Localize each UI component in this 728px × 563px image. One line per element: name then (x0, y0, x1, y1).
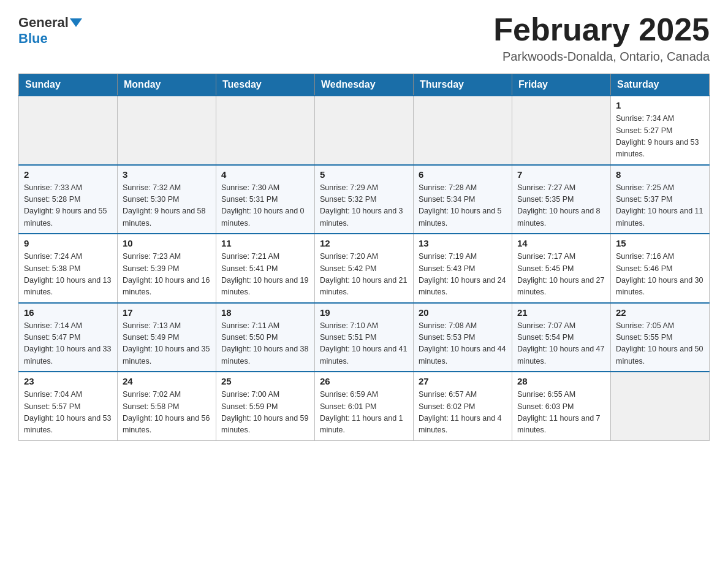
calendar-day-cell: 1Sunrise: 7:34 AMSunset: 5:27 PMDaylight… (611, 96, 710, 165)
day-number: 6 (419, 169, 507, 180)
day-info: Sunrise: 7:27 AMSunset: 5:35 PMDaylight:… (517, 182, 605, 230)
calendar-day-cell (414, 96, 512, 165)
calendar-day-cell (315, 96, 414, 165)
day-info: Sunrise: 7:34 AMSunset: 5:27 PMDaylight:… (616, 113, 704, 161)
logo: General Blue (18, 12, 83, 47)
day-info: Sunrise: 7:30 AMSunset: 5:31 PMDaylight:… (221, 182, 309, 230)
calendar-day-cell: 10Sunrise: 7:23 AMSunset: 5:39 PMDayligh… (118, 234, 216, 303)
day-number: 10 (123, 238, 211, 248)
calendar-header-tuesday: Tuesday (216, 74, 315, 96)
calendar-week-1: 1Sunrise: 7:34 AMSunset: 5:27 PMDaylight… (19, 96, 710, 165)
day-number: 16 (24, 307, 112, 318)
day-number: 17 (123, 307, 211, 318)
day-info: Sunrise: 7:11 AMSunset: 5:50 PMDaylight:… (221, 320, 309, 368)
day-number: 24 (123, 376, 211, 386)
calendar-day-cell: 19Sunrise: 7:10 AMSunset: 5:51 PMDayligh… (315, 303, 414, 372)
calendar-day-cell (512, 96, 611, 165)
day-number: 13 (419, 238, 507, 248)
calendar-day-cell: 8Sunrise: 7:25 AMSunset: 5:37 PMDaylight… (611, 165, 710, 234)
calendar-week-4: 16Sunrise: 7:14 AMSunset: 5:47 PMDayligh… (19, 303, 710, 372)
logo-arrow-icon (70, 18, 82, 27)
calendar-day-cell: 5Sunrise: 7:29 AMSunset: 5:32 PMDaylight… (315, 165, 414, 234)
day-number: 12 (320, 238, 408, 248)
calendar-day-cell (216, 96, 315, 165)
day-info: Sunrise: 7:13 AMSunset: 5:49 PMDaylight:… (123, 320, 211, 368)
calendar-header-saturday: Saturday (611, 74, 710, 96)
calendar-day-cell: 26Sunrise: 6:59 AMSunset: 6:01 PMDayligh… (315, 372, 414, 440)
calendar-table: SundayMondayTuesdayWednesdayThursdayFrid… (18, 74, 710, 441)
calendar-header-wednesday: Wednesday (315, 74, 414, 96)
calendar-header-sunday: Sunday (19, 74, 118, 96)
day-info: Sunrise: 6:59 AMSunset: 6:01 PMDaylight:… (320, 389, 408, 437)
calendar-day-cell (19, 96, 118, 165)
calendar-day-cell (118, 96, 216, 165)
day-number: 2 (24, 169, 112, 180)
day-number: 28 (517, 376, 605, 386)
day-info: Sunrise: 7:23 AMSunset: 5:39 PMDaylight:… (123, 251, 211, 299)
calendar-day-cell: 2Sunrise: 7:33 AMSunset: 5:28 PMDaylight… (19, 165, 118, 234)
calendar-day-cell: 28Sunrise: 6:55 AMSunset: 6:03 PMDayligh… (512, 372, 611, 440)
day-info: Sunrise: 7:08 AMSunset: 5:53 PMDaylight:… (419, 320, 507, 368)
day-number: 19 (320, 307, 408, 318)
calendar-day-cell: 12Sunrise: 7:20 AMSunset: 5:42 PMDayligh… (315, 234, 414, 303)
calendar-day-cell: 24Sunrise: 7:02 AMSunset: 5:58 PMDayligh… (118, 372, 216, 440)
calendar-week-2: 2Sunrise: 7:33 AMSunset: 5:28 PMDaylight… (19, 165, 710, 234)
day-number: 27 (419, 376, 507, 386)
day-number: 14 (517, 238, 605, 248)
day-number: 11 (221, 238, 309, 248)
calendar-day-cell: 27Sunrise: 6:57 AMSunset: 6:02 PMDayligh… (414, 372, 512, 440)
day-info: Sunrise: 6:57 AMSunset: 6:02 PMDaylight:… (419, 389, 507, 437)
day-info: Sunrise: 7:21 AMSunset: 5:41 PMDaylight:… (221, 251, 309, 299)
day-number: 23 (24, 376, 112, 386)
day-info: Sunrise: 7:24 AMSunset: 5:38 PMDaylight:… (24, 251, 112, 299)
day-number: 4 (221, 169, 309, 180)
calendar-day-cell: 3Sunrise: 7:32 AMSunset: 5:30 PMDaylight… (118, 165, 216, 234)
day-info: Sunrise: 7:29 AMSunset: 5:32 PMDaylight:… (320, 182, 408, 230)
day-number: 3 (123, 169, 211, 180)
calendar-day-cell: 9Sunrise: 7:24 AMSunset: 5:38 PMDaylight… (19, 234, 118, 303)
calendar-day-cell: 25Sunrise: 7:00 AMSunset: 5:59 PMDayligh… (216, 372, 315, 440)
calendar-day-cell: 16Sunrise: 7:14 AMSunset: 5:47 PMDayligh… (19, 303, 118, 372)
day-number: 25 (221, 376, 309, 386)
day-info: Sunrise: 7:25 AMSunset: 5:37 PMDaylight:… (616, 182, 704, 230)
calendar-day-cell: 18Sunrise: 7:11 AMSunset: 5:50 PMDayligh… (216, 303, 315, 372)
calendar-header-row: SundayMondayTuesdayWednesdayThursdayFrid… (19, 74, 710, 96)
day-number: 18 (221, 307, 309, 318)
day-info: Sunrise: 7:02 AMSunset: 5:58 PMDaylight:… (123, 389, 211, 437)
day-number: 15 (616, 238, 704, 248)
day-number: 1 (616, 100, 704, 110)
day-info: Sunrise: 7:19 AMSunset: 5:43 PMDaylight:… (419, 251, 507, 299)
calendar-day-cell: 14Sunrise: 7:17 AMSunset: 5:45 PMDayligh… (512, 234, 611, 303)
day-number: 20 (419, 307, 507, 318)
day-info: Sunrise: 7:32 AMSunset: 5:30 PMDaylight:… (123, 182, 211, 230)
title-section: February 2025 Parkwoods-Donalda, Ontario… (493, 12, 710, 64)
calendar-day-cell: 7Sunrise: 7:27 AMSunset: 5:35 PMDaylight… (512, 165, 611, 234)
calendar-day-cell: 20Sunrise: 7:08 AMSunset: 5:53 PMDayligh… (414, 303, 512, 372)
day-info: Sunrise: 7:05 AMSunset: 5:55 PMDaylight:… (616, 320, 704, 368)
day-number: 9 (24, 238, 112, 248)
calendar-header-thursday: Thursday (414, 74, 512, 96)
calendar-header-monday: Monday (118, 74, 216, 96)
day-info: Sunrise: 7:00 AMSunset: 5:59 PMDaylight:… (221, 389, 309, 437)
day-info: Sunrise: 7:16 AMSunset: 5:46 PMDaylight:… (616, 251, 704, 299)
day-number: 5 (320, 169, 408, 180)
day-info: Sunrise: 7:04 AMSunset: 5:57 PMDaylight:… (24, 389, 112, 437)
day-number: 21 (517, 307, 605, 318)
day-info: Sunrise: 7:14 AMSunset: 5:47 PMDaylight:… (24, 320, 112, 368)
calendar-day-cell: 21Sunrise: 7:07 AMSunset: 5:54 PMDayligh… (512, 303, 611, 372)
calendar-day-cell: 22Sunrise: 7:05 AMSunset: 5:55 PMDayligh… (611, 303, 710, 372)
day-number: 7 (517, 169, 605, 180)
calendar-day-cell: 11Sunrise: 7:21 AMSunset: 5:41 PMDayligh… (216, 234, 315, 303)
calendar-day-cell: 23Sunrise: 7:04 AMSunset: 5:57 PMDayligh… (19, 372, 118, 440)
day-info: Sunrise: 7:17 AMSunset: 5:45 PMDaylight:… (517, 251, 605, 299)
day-info: Sunrise: 7:07 AMSunset: 5:54 PMDaylight:… (517, 320, 605, 368)
day-info: Sunrise: 6:55 AMSunset: 6:03 PMDaylight:… (517, 389, 605, 437)
day-info: Sunrise: 7:10 AMSunset: 5:51 PMDaylight:… (320, 320, 408, 368)
logo-blue-text: Blue (18, 31, 48, 46)
day-number: 22 (616, 307, 704, 318)
day-info: Sunrise: 7:20 AMSunset: 5:42 PMDaylight:… (320, 251, 408, 299)
calendar-day-cell: 17Sunrise: 7:13 AMSunset: 5:49 PMDayligh… (118, 303, 216, 372)
logo-general-text: General (18, 15, 69, 31)
calendar-day-cell: 4Sunrise: 7:30 AMSunset: 5:31 PMDaylight… (216, 165, 315, 234)
month-title: February 2025 (493, 12, 710, 47)
